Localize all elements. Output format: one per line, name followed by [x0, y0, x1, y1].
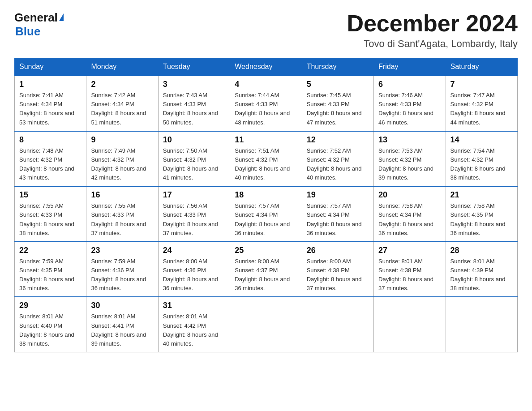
day-number: 29 [19, 301, 82, 310]
table-row: 26 Sunrise: 8:00 AMSunset: 4:38 PMDaylig… [302, 242, 373, 297]
day-info: Sunrise: 7:56 AMSunset: 4:33 PMDaylight:… [163, 202, 218, 236]
day-info: Sunrise: 7:55 AMSunset: 4:33 PMDaylight:… [91, 202, 146, 236]
day-number: 5 [307, 80, 369, 89]
logo-blue-text: Blue [14, 25, 40, 38]
table-row: 16 Sunrise: 7:55 AMSunset: 4:33 PMDaylig… [86, 186, 158, 242]
day-info: Sunrise: 8:01 AMSunset: 4:41 PMDaylight:… [91, 313, 146, 347]
day-info: Sunrise: 7:41 AMSunset: 4:34 PMDaylight:… [19, 92, 74, 125]
location-title: Tovo di Sant'Agata, Lombardy, Italy [347, 38, 518, 50]
header-monday: Monday [86, 58, 158, 76]
day-number: 9 [91, 135, 153, 145]
day-number: 14 [450, 135, 513, 145]
table-row [446, 297, 517, 352]
day-info: Sunrise: 7:57 AMSunset: 4:34 PMDaylight:… [235, 202, 290, 236]
table-row [374, 297, 446, 352]
day-info: Sunrise: 8:00 AMSunset: 4:36 PMDaylight:… [163, 258, 218, 291]
day-info: Sunrise: 8:01 AMSunset: 4:38 PMDaylight:… [378, 258, 433, 291]
day-info: Sunrise: 7:52 AMSunset: 4:32 PMDaylight:… [307, 147, 362, 181]
day-info: Sunrise: 7:55 AMSunset: 4:33 PMDaylight:… [19, 202, 74, 236]
day-info: Sunrise: 7:42 AMSunset: 4:34 PMDaylight:… [91, 92, 146, 125]
day-info: Sunrise: 7:54 AMSunset: 4:32 PMDaylight:… [450, 147, 506, 181]
day-info: Sunrise: 7:47 AMSunset: 4:32 PMDaylight:… [450, 92, 506, 125]
calendar-week-row: 29 Sunrise: 8:01 AMSunset: 4:40 PMDaylig… [15, 297, 518, 352]
logo-general-text: General [14, 11, 58, 25]
day-info: Sunrise: 8:00 AMSunset: 4:38 PMDaylight:… [307, 258, 362, 291]
day-number: 16 [91, 190, 153, 200]
day-info: Sunrise: 8:01 AMSunset: 4:39 PMDaylight:… [450, 258, 506, 291]
day-info: Sunrise: 7:49 AMSunset: 4:32 PMDaylight:… [91, 147, 146, 181]
day-number: 13 [378, 135, 441, 145]
day-info: Sunrise: 7:50 AMSunset: 4:32 PMDaylight:… [163, 147, 218, 181]
day-number: 6 [378, 80, 441, 89]
table-row: 25 Sunrise: 8:00 AMSunset: 4:37 PMDaylig… [230, 242, 302, 297]
table-row [230, 297, 302, 352]
header-wednesday: Wednesday [230, 58, 302, 76]
table-row: 28 Sunrise: 8:01 AMSunset: 4:39 PMDaylig… [446, 242, 517, 297]
day-info: Sunrise: 7:53 AMSunset: 4:32 PMDaylight:… [378, 147, 433, 181]
table-row: 11 Sunrise: 7:51 AMSunset: 4:32 PMDaylig… [230, 131, 302, 187]
day-number: 15 [19, 190, 82, 200]
day-number: 4 [235, 80, 297, 89]
table-row: 30 Sunrise: 8:01 AMSunset: 4:41 PMDaylig… [86, 297, 158, 352]
weekday-header-row: Sunday Monday Tuesday Wednesday Thursday… [15, 58, 518, 76]
calendar-table: Sunday Monday Tuesday Wednesday Thursday… [14, 58, 518, 352]
calendar-week-row: 8 Sunrise: 7:48 AMSunset: 4:32 PMDayligh… [15, 131, 518, 187]
table-row: 18 Sunrise: 7:57 AMSunset: 4:34 PMDaylig… [230, 186, 302, 242]
day-info: Sunrise: 8:00 AMSunset: 4:37 PMDaylight:… [235, 258, 290, 291]
table-row: 12 Sunrise: 7:52 AMSunset: 4:32 PMDaylig… [302, 131, 373, 187]
day-number: 27 [378, 246, 441, 255]
day-number: 10 [163, 135, 225, 145]
day-number: 24 [163, 246, 225, 255]
day-number: 17 [163, 190, 225, 200]
table-row: 27 Sunrise: 8:01 AMSunset: 4:38 PMDaylig… [374, 242, 446, 297]
table-row: 31 Sunrise: 8:01 AMSunset: 4:42 PMDaylig… [158, 297, 230, 352]
calendar-title-area: December 2024 Tovo di Sant'Agata, Lombar… [347, 11, 518, 50]
calendar-week-row: 15 Sunrise: 7:55 AMSunset: 4:33 PMDaylig… [15, 186, 518, 242]
table-row: 4 Sunrise: 7:44 AMSunset: 4:33 PMDayligh… [230, 76, 302, 131]
day-number: 31 [163, 301, 225, 310]
table-row: 20 Sunrise: 7:58 AMSunset: 4:34 PMDaylig… [374, 186, 446, 242]
day-info: Sunrise: 7:43 AMSunset: 4:33 PMDaylight:… [163, 92, 218, 125]
table-row: 3 Sunrise: 7:43 AMSunset: 4:33 PMDayligh… [158, 76, 230, 131]
logo: General Blue [14, 11, 64, 39]
header-tuesday: Tuesday [158, 58, 230, 76]
header-thursday: Thursday [302, 58, 373, 76]
table-row: 1 Sunrise: 7:41 AMSunset: 4:34 PMDayligh… [15, 76, 86, 131]
table-row: 13 Sunrise: 7:53 AMSunset: 4:32 PMDaylig… [374, 131, 446, 187]
table-row: 7 Sunrise: 7:47 AMSunset: 4:32 PMDayligh… [446, 76, 517, 131]
day-number: 3 [163, 80, 225, 89]
day-info: Sunrise: 7:45 AMSunset: 4:33 PMDaylight:… [307, 92, 362, 125]
day-number: 7 [450, 80, 513, 89]
table-row: 17 Sunrise: 7:56 AMSunset: 4:33 PMDaylig… [158, 186, 230, 242]
day-number: 12 [307, 135, 369, 145]
header-saturday: Saturday [446, 58, 517, 76]
table-row [302, 297, 373, 352]
day-info: Sunrise: 8:01 AMSunset: 4:40 PMDaylight:… [19, 313, 74, 347]
table-row: 23 Sunrise: 7:59 AMSunset: 4:36 PMDaylig… [86, 242, 158, 297]
day-number: 26 [307, 246, 369, 255]
day-info: Sunrise: 7:46 AMSunset: 4:33 PMDaylight:… [378, 92, 433, 125]
table-row: 29 Sunrise: 8:01 AMSunset: 4:40 PMDaylig… [15, 297, 86, 352]
day-info: Sunrise: 7:58 AMSunset: 4:34 PMDaylight:… [378, 202, 433, 236]
day-info: Sunrise: 7:44 AMSunset: 4:33 PMDaylight:… [235, 92, 290, 125]
calendar-week-row: 1 Sunrise: 7:41 AMSunset: 4:34 PMDayligh… [15, 76, 518, 131]
table-row: 9 Sunrise: 7:49 AMSunset: 4:32 PMDayligh… [86, 131, 158, 187]
day-info: Sunrise: 7:51 AMSunset: 4:32 PMDaylight:… [235, 147, 290, 181]
day-number: 23 [91, 246, 153, 255]
table-row: 2 Sunrise: 7:42 AMSunset: 4:34 PMDayligh… [86, 76, 158, 131]
day-number: 2 [91, 80, 153, 89]
table-row: 14 Sunrise: 7:54 AMSunset: 4:32 PMDaylig… [446, 131, 517, 187]
day-number: 1 [19, 80, 82, 89]
table-row: 6 Sunrise: 7:46 AMSunset: 4:33 PMDayligh… [374, 76, 446, 131]
day-info: Sunrise: 7:59 AMSunset: 4:36 PMDaylight:… [91, 258, 146, 291]
day-number: 21 [450, 190, 513, 200]
table-row: 19 Sunrise: 7:57 AMSunset: 4:34 PMDaylig… [302, 186, 373, 242]
day-info: Sunrise: 7:48 AMSunset: 4:32 PMDaylight:… [19, 147, 74, 181]
logo-triangle-icon [59, 13, 64, 21]
day-number: 18 [235, 190, 297, 200]
table-row: 24 Sunrise: 8:00 AMSunset: 4:36 PMDaylig… [158, 242, 230, 297]
table-row: 21 Sunrise: 7:58 AMSunset: 4:35 PMDaylig… [446, 186, 517, 242]
page-header: General Blue December 2024 Tovo di Sant'… [14, 11, 518, 50]
table-row: 8 Sunrise: 7:48 AMSunset: 4:32 PMDayligh… [15, 131, 86, 187]
day-number: 30 [91, 301, 153, 310]
